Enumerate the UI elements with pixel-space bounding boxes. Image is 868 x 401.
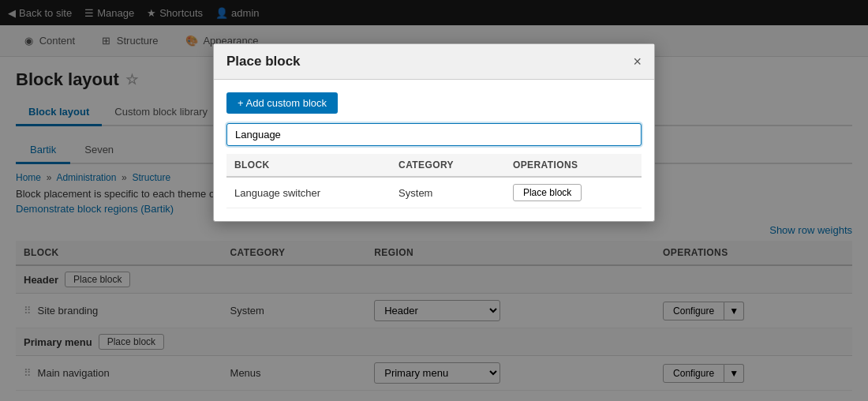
modal-table-header: BLOCK CATEGORY OPERATIONS <box>226 154 642 177</box>
modal-blocks-table: BLOCK CATEGORY OPERATIONS Language switc… <box>226 154 642 208</box>
modal-category-cell: System <box>391 177 505 208</box>
block-search-input[interactable] <box>226 123 642 146</box>
modal-place-block-button[interactable]: Place block <box>513 184 582 201</box>
modal-col-category: CATEGORY <box>391 154 505 177</box>
modal-col-block: BLOCK <box>226 154 391 177</box>
modal-block-cell: Language switcher <box>226 177 391 208</box>
add-custom-block-button[interactable]: + Add custom block <box>226 92 338 114</box>
modal-table-row: Language switcher System Place block <box>226 177 642 208</box>
modal-col-operations: OPERATIONS <box>505 154 642 177</box>
modal-table-body: Language switcher System Place block <box>226 177 642 208</box>
modal-ops-cell: Place block <box>505 177 642 208</box>
modal-body: + Add custom block BLOCK CATEGORY OPERAT… <box>214 80 654 221</box>
place-block-modal: Place block × + Add custom block BLOCK C… <box>213 43 655 222</box>
modal-title: Place block <box>226 54 301 69</box>
modal-header: Place block × <box>214 44 654 80</box>
modal-close-button[interactable]: × <box>633 54 642 69</box>
modal-overlay[interactable]: Place block × + Add custom block BLOCK C… <box>0 0 868 401</box>
